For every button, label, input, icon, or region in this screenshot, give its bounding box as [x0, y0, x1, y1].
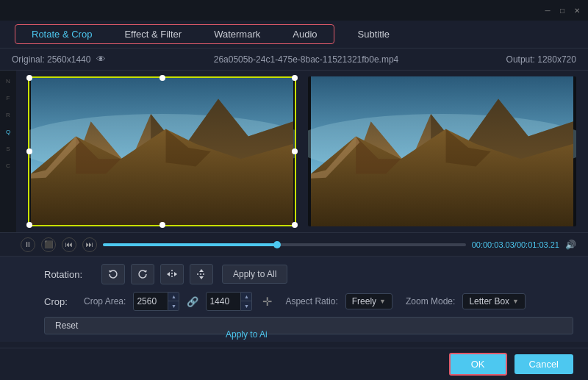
height-up-arrow[interactable]: ▲	[241, 293, 251, 301]
visibility-icon[interactable]: 👁	[96, 54, 106, 65]
zoom-dropdown-arrow: ▼	[512, 298, 519, 305]
tab-watermark[interactable]: Watermark	[198, 25, 276, 43]
volume-icon[interactable]: 🔊	[565, 240, 576, 250]
svg-marker-20	[174, 272, 177, 276]
width-up-arrow[interactable]: ▲	[168, 293, 179, 301]
tab-effect-filter[interactable]: Effect & Filter	[108, 25, 198, 43]
sidebar-label-r: R	[6, 112, 10, 118]
main-content: N F R Q S C	[0, 71, 588, 232]
apply-to-ai-button[interactable]: Apply to Ai	[217, 326, 276, 343]
original-resolution: Original: 2560x1440	[12, 54, 90, 65]
left-sidebar: N F R Q S C	[0, 71, 16, 232]
sidebar-label-s: S	[6, 146, 10, 152]
bottom-bar: OK Cancel	[0, 348, 588, 380]
height-down-arrow[interactable]: ▼	[241, 301, 251, 310]
output-video-panel	[308, 76, 576, 226]
stop-button[interactable]: ⬛	[41, 237, 56, 252]
time-current: 00:00:03.03	[472, 240, 514, 249]
aspect-ratio-value: Freely	[352, 296, 376, 306]
rotate-left-button[interactable]	[101, 264, 125, 284]
rotate-right-button[interactable]	[131, 264, 154, 284]
reset-button[interactable]: Reset	[44, 317, 573, 334]
flip-v-icon	[196, 268, 207, 280]
info-left: Original: 2560x1440 👁	[12, 54, 106, 65]
crop-width-value[interactable]: 2560	[133, 292, 168, 311]
source-video-panel	[28, 76, 296, 226]
flip-h-icon	[166, 268, 178, 280]
progress-thumb[interactable]	[273, 241, 281, 248]
output-resolution: Output: 1280x720	[506, 54, 576, 65]
crop-height-value[interactable]: 1440	[206, 292, 241, 311]
filename-label: 26a0505b-24c1-475e-8bac-11521321fb0e.mp4	[214, 54, 399, 65]
playback-bar: ⏸ ⬛ ⏮ ⏭ 00:00:03.03/00:01:03.21 🔊	[0, 232, 588, 256]
zoom-mode-label: Zoom Mode:	[406, 296, 455, 306]
width-input-group: 2560 ▲ ▼	[133, 292, 179, 311]
lock-icon[interactable]: 🔗	[187, 296, 198, 307]
source-video	[28, 76, 296, 226]
panels-area	[16, 71, 588, 232]
prev-frame-button[interactable]: ⏮	[62, 237, 76, 252]
tab-audio[interactable]: Audio	[276, 25, 333, 43]
apply-all-button[interactable]: Apply to All	[222, 265, 287, 284]
controls-area: Rotation:	[0, 256, 588, 342]
tab-subtitle[interactable]: Subtitle	[342, 25, 406, 43]
zoom-mode-dropdown[interactable]: Letter Box ▼	[462, 293, 526, 309]
aspect-ratio-label: Aspect Ratio:	[285, 296, 337, 306]
crop-row: Crop: Crop Area: 2560 ▲ ▼ 🔗 1440 ▲ ▼ ✛ A…	[44, 292, 573, 311]
sidebar-label-n: N	[6, 78, 10, 85]
flip-vertical-button[interactable]	[190, 264, 213, 284]
rotation-label: Rotation:	[44, 269, 96, 280]
progress-bar[interactable]	[103, 243, 466, 246]
next-frame-button[interactable]: ⏭	[82, 237, 97, 252]
height-arrows: ▲ ▼	[241, 292, 252, 311]
crop-label: Crop:	[44, 296, 74, 307]
aspect-ratio-dropdown[interactable]: Freely ▼	[345, 293, 392, 309]
tab-rotate-crop[interactable]: Rotate & Crop	[15, 25, 108, 43]
time-total: 00:01:03.21	[517, 240, 559, 249]
reset-row: Reset	[44, 317, 573, 334]
sidebar-label-q: Q	[6, 129, 10, 135]
sidebar-label-c: C	[6, 162, 10, 169]
info-bar: Original: 2560x1440 👁 26a0505b-24c1-475e…	[0, 49, 588, 71]
aspect-dropdown-arrow: ▼	[379, 298, 386, 305]
svg-marker-22	[199, 269, 204, 272]
height-input-group: 1440 ▲ ▼	[206, 292, 252, 311]
flip-horizontal-button[interactable]	[160, 264, 184, 284]
output-video	[308, 76, 576, 226]
svg-marker-23	[199, 276, 204, 279]
sidebar-label-f: F	[7, 95, 10, 101]
progress-fill	[103, 243, 277, 246]
ok-button[interactable]: OK	[449, 353, 507, 376]
pause-button[interactable]: ⏸	[21, 237, 35, 252]
rotate-right-icon	[137, 268, 148, 280]
rotate-left-icon	[107, 268, 119, 280]
width-arrows: ▲ ▼	[168, 292, 179, 311]
zoom-mode-value: Letter Box	[469, 296, 509, 306]
width-down-arrow[interactable]: ▼	[168, 301, 179, 310]
close-button[interactable]: ✕	[572, 5, 582, 15]
time-display: 00:00:03.03/00:01:03.21	[472, 240, 559, 249]
maximize-button[interactable]: □	[557, 5, 567, 15]
minimize-button[interactable]: ─	[542, 5, 553, 15]
crop-move-icon[interactable]: ✛	[262, 295, 272, 309]
tab-bar: Rotate & Crop Effect & Filter Watermark …	[0, 21, 588, 49]
cancel-button[interactable]: Cancel	[514, 354, 573, 374]
rotation-row: Rotation:	[44, 264, 573, 284]
svg-marker-19	[167, 272, 170, 276]
crop-area-label: Crop Area:	[84, 296, 126, 306]
tab-group: Rotate & Crop Effect & Filter Watermark …	[15, 24, 334, 44]
title-bar: ─ □ ✕	[0, 0, 588, 21]
